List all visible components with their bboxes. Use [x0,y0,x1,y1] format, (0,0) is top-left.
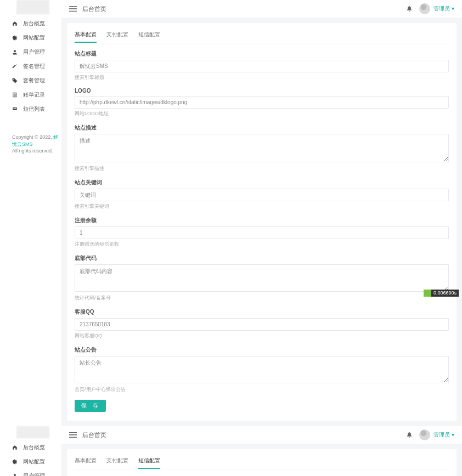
sidebar-item-dashboard[interactable]: 后台概览 [0,440,61,455]
tab-basic[interactable]: 基本配置 [75,29,97,43]
sidebar-item-label: 后台概览 [23,20,45,27]
save-button[interactable]: 保 存 [75,400,106,412]
label: 站点标题 [75,50,449,58]
avatar[interactable] [419,429,430,440]
sidebar: 后台概览 网站配置 用户管理 签名管理 套餐管理 账单记录 短信列表 Copyr… [0,426,61,476]
hint: 网站客服QQ [75,332,449,339]
label: 站点公告 [75,346,449,354]
field-announce: 站点公告 首页/用户中心弹出公告 [75,346,449,393]
sidebar-item-package[interactable]: 套餐管理 [0,73,61,88]
page-title: 后台首页 [82,431,399,439]
tag-icon [12,78,18,83]
panel-sms: 后台概览 网站配置 用户管理 签名管理 套餐管理 账单记录 短信列表 Copyr… [0,426,462,476]
topbar: 后台首页 管理员 ▾ [61,0,462,18]
field-keywords: 站点关键词 搜索引擎关键词 [75,179,449,210]
announce-input[interactable] [75,356,449,383]
sidebar-item-users[interactable]: 用户管理 [0,45,61,59]
sidebar: 后台概览 网站配置 用户管理 签名管理 套餐管理 账单记录 短信列表 Copyr… [0,0,61,426]
page-title: 后台首页 [82,5,399,13]
sidebar-item-label: 短信列表 [23,105,45,113]
perf-icon [424,290,431,297]
perf-badge: 0.006690s [424,290,459,297]
copyright: Copyright © 2022, 解忧云SMS All rights rese… [0,116,61,155]
avatar[interactable] [419,3,430,14]
tab-sms[interactable]: 短信配置 [138,29,160,43]
svg-rect-2 [14,108,16,109]
site-title-input[interactable] [75,60,449,72]
sidebar-item-dashboard[interactable]: 后台概览 [0,16,61,31]
user-menu[interactable]: 管理员 ▾ [433,431,454,439]
panel-basic: 后台概览 网站配置 用户管理 签名管理 套餐管理 账单记录 短信列表 Copyr… [0,0,462,426]
chevron-down-icon: ▾ [452,5,454,12]
label: LOGO [75,88,449,94]
list-icon [12,92,18,98]
svg-point-0 [14,50,16,52]
field-kefu-qq: 客服QQ 网站客服QQ [75,308,449,339]
msg-icon [12,106,18,112]
tab-sms[interactable]: 短信配置 [138,455,160,469]
sidebar-item-label: 用户管理 [23,48,45,56]
sidebar-item-site-config[interactable]: 网站配置 [0,31,61,45]
keywords-input[interactable] [75,189,449,201]
hint: 搜索引擎描述 [75,165,449,172]
hint: 统计代码/备案号 [75,294,449,302]
user-menu[interactable]: 管理员 ▾ [433,5,454,13]
notification-icon[interactable] [406,432,413,438]
notification-icon[interactable] [406,5,413,12]
kefu-qq-input[interactable] [75,318,449,331]
tab-pay[interactable]: 支付配置 [106,455,128,469]
sidebar-item-label: 套餐管理 [23,77,45,84]
sidebar-item-sign[interactable]: 签名管理 [0,59,61,73]
field-logo: LOGO 网站LOGO地址 [75,88,449,117]
field-site-title: 站点标题 搜索引擎标题 [75,50,449,81]
field-reg-balance: 注册余额 注册赠送的短信条数 [75,217,449,248]
tab-basic[interactable]: 基本配置 [75,455,97,469]
label: 底部代码 [75,254,449,262]
label: 站点关键词 [75,179,449,186]
user-icon [12,49,18,55]
perf-time: 0.006690s [431,290,459,297]
sidebar-item-label: 账单记录 [23,91,45,99]
logo-input[interactable] [75,96,449,109]
hint: 首页/用户中心弹出公告 [75,386,449,393]
sidebar-item-site-config[interactable]: 网站配置 [0,455,61,469]
sidebar-item-sms[interactable]: 短信列表 [0,102,61,116]
site-desc-input[interactable] [75,134,449,162]
svg-point-4 [14,474,16,476]
reg-balance-input[interactable] [75,226,449,239]
sidebar-item-bills[interactable]: 账单记录 [0,88,61,102]
hint: 注册赠送的短信条数 [75,241,449,248]
topbar: 后台首页 管理员 ▾ [61,426,462,444]
label: 站点描述 [75,124,449,132]
sidebar-logo [16,0,49,14]
label: 注册余额 [75,217,449,224]
sidebar-toggle-icon[interactable] [69,432,77,438]
user-icon [12,473,18,476]
chevron-down-icon: ▾ [452,432,454,438]
tab-pay[interactable]: 支付配置 [106,29,128,43]
content-sms: 基本配置 支付配置 短信配置 KeyID 解忧云短信服务 KeySecret 解… [67,449,457,476]
content-basic: 基本配置 支付配置 短信配置 站点标题 搜索引擎标题 LOGO 网站LOGO地址… [67,23,457,421]
sidebar-toggle-icon[interactable] [69,5,77,12]
sidebar-item-label: 签名管理 [23,63,45,70]
field-site-desc: 站点描述 搜索引擎描述 [75,124,449,172]
sidebar-logo [16,426,49,438]
gear-icon [12,35,18,41]
field-footer-code: 底部代码 统计代码/备案号 [75,254,449,302]
footer-code-input[interactable] [75,264,449,292]
sidebar-item-label: 网站配置 [23,34,45,42]
sidebar-item-users[interactable]: 用户管理 [0,469,61,476]
hint: 搜索引擎标题 [75,74,449,81]
label: 客服QQ [75,308,449,316]
hint: 搜索引擎关键词 [75,203,449,210]
config-tabs: 基本配置 支付配置 短信配置 [75,455,449,469]
home-icon [12,445,18,450]
gear-icon [12,459,18,464]
svg-rect-3 [14,109,16,109]
sign-icon [12,64,18,69]
config-tabs: 基本配置 支付配置 短信配置 [75,29,449,43]
home-icon [12,21,18,26]
hint: 网站LOGO地址 [75,110,449,117]
